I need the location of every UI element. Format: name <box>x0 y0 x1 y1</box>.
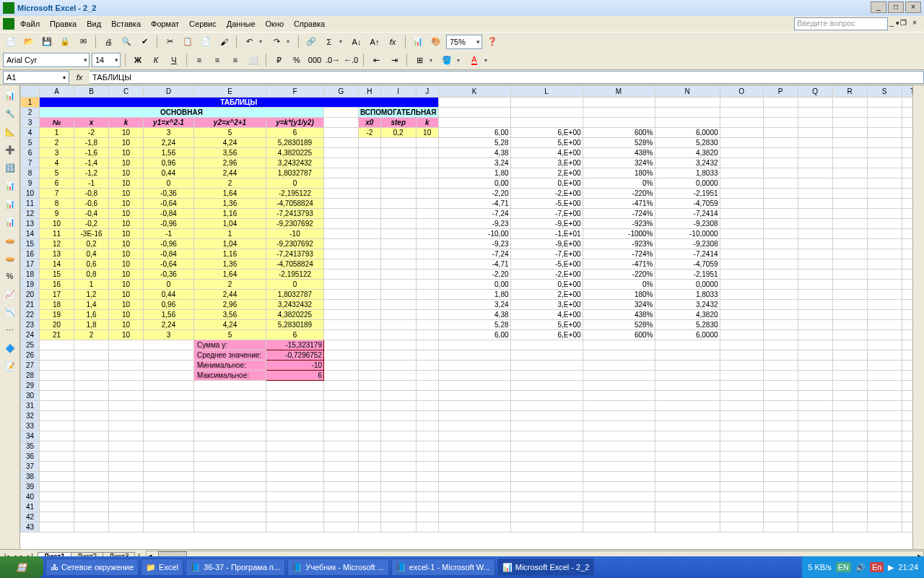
data-cell[interactable]: 10 <box>109 249 144 259</box>
decrease-indent-icon[interactable]: ⇤ <box>368 52 384 68</box>
main-header-cell[interactable]: № <box>40 118 74 128</box>
increase-decimal-icon[interactable]: .0→ <box>325 52 341 68</box>
font-name-combo[interactable]: Arial Cyr <box>3 53 90 67</box>
data-cell[interactable]: 3 <box>144 330 194 340</box>
row-header[interactable]: 21 <box>21 300 40 310</box>
row-header[interactable]: 24 <box>21 330 40 340</box>
side-cell[interactable]: -923% <box>583 239 655 249</box>
row-header[interactable]: 20 <box>21 290 40 300</box>
data-cell[interactable]: -7,2413793 <box>266 249 324 259</box>
data-cell[interactable]: -2 <box>74 128 109 138</box>
data-cell[interactable]: 5,2830189 <box>266 138 324 148</box>
side-cell[interactable]: 528% <box>583 138 655 148</box>
side-cell[interactable]: 6,0000 <box>655 128 720 138</box>
aux-header-cell[interactable]: step <box>380 118 416 128</box>
help-search-input[interactable]: Введите вопрос <box>794 17 888 30</box>
side-cell[interactable]: -5,E+00 <box>510 199 583 209</box>
align-right-icon[interactable]: ≡ <box>227 52 243 68</box>
data-cell[interactable]: -7,2413793 <box>266 209 324 219</box>
row-header[interactable]: 42 <box>21 512 40 522</box>
col-header-Q[interactable]: Q <box>798 86 832 98</box>
data-cell[interactable]: 10 <box>109 290 144 300</box>
main-header-cell[interactable]: y=k*(y1/y2) <box>266 118 324 128</box>
data-cell[interactable]: 10 <box>109 320 144 330</box>
side-cell[interactable]: 6,E+00 <box>510 330 583 340</box>
side-cell[interactable]: 3,24 <box>438 300 510 310</box>
side-cell[interactable]: 1,8033 <box>655 290 720 300</box>
data-cell[interactable]: 10 <box>109 138 144 148</box>
data-cell[interactable]: 4,24 <box>194 138 266 148</box>
data-cell[interactable]: 1,16 <box>194 249 266 259</box>
col-header-C[interactable]: C <box>109 86 144 98</box>
side-cell[interactable]: 3,2432 <box>655 300 720 310</box>
data-cell[interactable]: 1,64 <box>194 269 266 280</box>
taskbar-item[interactable]: 📘Учебник - Microsoft ... <box>287 558 389 576</box>
data-cell[interactable]: -10 <box>266 229 324 239</box>
tool-icon[interactable]: 🔧 <box>2 105 18 121</box>
side-cell[interactable]: -220% <box>583 189 655 199</box>
tray-lang2[interactable]: En <box>870 562 884 572</box>
row-header[interactable]: 25 <box>21 340 40 350</box>
row-header[interactable]: 28 <box>21 371 40 381</box>
summary-value-cell[interactable]: -15,323179 <box>266 340 324 350</box>
italic-icon[interactable]: К <box>148 52 164 68</box>
side-cell[interactable]: -2,1951 <box>655 189 720 199</box>
data-cell[interactable]: 10 <box>109 300 144 310</box>
row-header[interactable]: 18 <box>21 269 40 280</box>
data-cell[interactable]: 1,6 <box>74 310 109 320</box>
data-cell[interactable]: 1,8 <box>74 320 109 330</box>
side-cell[interactable]: -9,2308 <box>655 239 720 249</box>
summary-label-cell[interactable]: Среднее значение: <box>194 350 266 361</box>
spelling-icon[interactable]: ✔ <box>136 34 152 50</box>
data-cell[interactable]: 4 <box>40 158 74 168</box>
fill-color-icon[interactable]: 🪣 <box>439 52 455 68</box>
data-cell[interactable]: 7 <box>40 189 74 199</box>
data-cell[interactable]: -0,8 <box>74 189 109 199</box>
maximize-button[interactable]: □ <box>888 1 904 13</box>
data-cell[interactable]: 6 <box>266 330 324 340</box>
row-header[interactable]: 11 <box>21 199 40 209</box>
col-header-B[interactable]: B <box>74 86 109 98</box>
function-icon[interactable]: fx <box>385 34 401 50</box>
paste-icon[interactable]: 📄 <box>198 34 214 50</box>
data-cell[interactable]: -1 <box>144 229 194 239</box>
data-cell[interactable]: 2,24 <box>144 138 194 148</box>
side-cell[interactable]: -9,E+00 <box>510 239 583 249</box>
row-header[interactable]: 38 <box>21 472 40 482</box>
side-cell[interactable]: 3,E+00 <box>510 300 583 310</box>
data-cell[interactable]: -0,64 <box>144 199 194 209</box>
data-cell[interactable]: -0,96 <box>144 219 194 229</box>
data-cell[interactable]: 8 <box>40 199 74 209</box>
data-cell[interactable]: -2,195122 <box>266 269 324 280</box>
row-header[interactable]: 12 <box>21 209 40 219</box>
side-cell[interactable]: -471% <box>583 259 655 269</box>
side-cell[interactable]: -10,0000 <box>655 229 720 239</box>
col-header-O[interactable]: O <box>720 86 763 98</box>
data-cell[interactable]: 5,2830189 <box>266 320 324 330</box>
data-cell[interactable]: 1,56 <box>144 148 194 158</box>
drawing-icon[interactable]: 🎨 <box>428 34 444 50</box>
data-cell[interactable]: -0,4 <box>74 209 109 219</box>
data-cell[interactable]: 2 <box>74 330 109 340</box>
col-header-D[interactable]: D <box>144 86 194 98</box>
open-icon[interactable]: 📂 <box>21 34 37 50</box>
sort-desc-icon[interactable]: A↑ <box>367 34 383 50</box>
data-cell[interactable]: -4,7058824 <box>266 199 324 209</box>
main-header-cell[interactable]: y2=x^2+1 <box>194 118 266 128</box>
data-cell[interactable]: 0 <box>144 178 194 189</box>
menu-help[interactable]: Справка <box>289 18 329 30</box>
col-header-J[interactable]: J <box>416 86 438 98</box>
side-cell[interactable]: -7,E+00 <box>510 209 583 219</box>
side-cell[interactable]: 3,2432 <box>655 158 720 168</box>
col-header-M[interactable]: M <box>583 86 655 98</box>
data-cell[interactable]: 1,64 <box>194 189 266 199</box>
row-header[interactable]: 37 <box>21 462 40 472</box>
data-cell[interactable]: 13 <box>40 249 74 259</box>
menu-file[interactable]: Файл <box>16 18 44 30</box>
data-cell[interactable]: -1,2 <box>74 168 109 178</box>
data-cell[interactable]: -3E-16 <box>74 229 109 239</box>
data-cell[interactable]: -1,8 <box>74 138 109 148</box>
col-header-A[interactable]: A <box>40 86 74 98</box>
col-header-R[interactable]: R <box>832 86 867 98</box>
row-header[interactable]: 10 <box>21 189 40 199</box>
